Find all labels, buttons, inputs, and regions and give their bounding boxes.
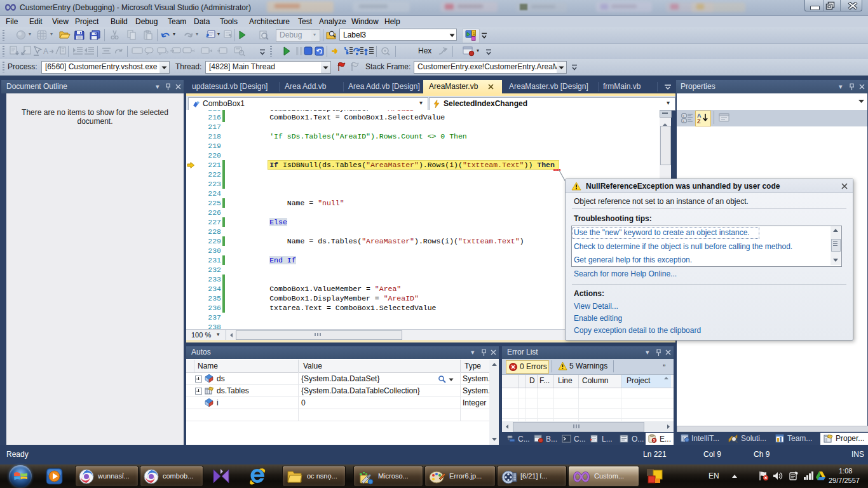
svg-text:A: A <box>43 47 48 56</box>
svg-text:Z: Z <box>697 118 701 124</box>
svg-text:+: + <box>682 114 685 118</box>
svg-text:1: 1 <box>473 31 475 36</box>
svg-text:+: + <box>682 119 685 123</box>
